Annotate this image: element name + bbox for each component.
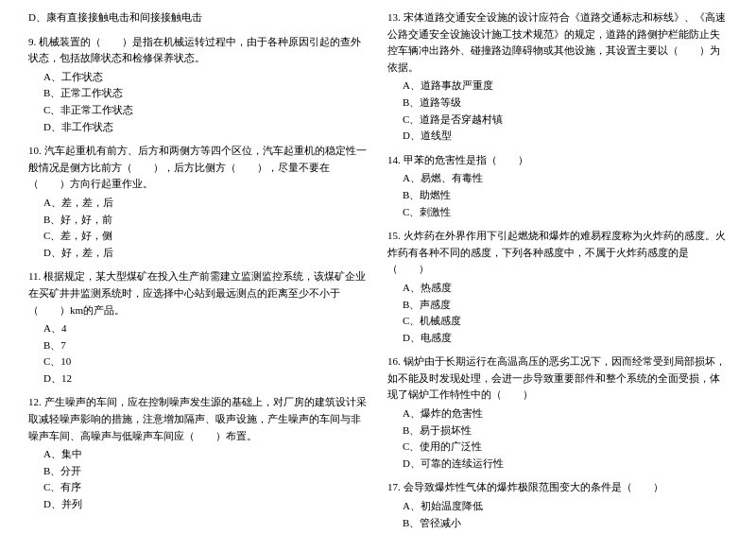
two-column-layout: D、康有直接接触电击和间接接触电击 9. 机械装置的（ ）是指在机械运转过程中，… — [28, 9, 728, 534]
q16-text: 16. 锅炉由于长期运行在高温高压的恶劣工况下，因而经常受到局部损坏，如不能及时… — [387, 353, 728, 404]
q10-option-a: A、差，差，后 — [28, 195, 369, 212]
q15-option-a: A、热感度 — [387, 280, 728, 297]
left-column: D、康有直接接触电击和间接接触电击 9. 机械装置的（ ）是指在机械运转过程中，… — [28, 9, 369, 534]
q12-option-b: B、分开 — [28, 463, 369, 480]
q14-option-c: C、刺激性 — [387, 204, 728, 221]
q11-text: 11. 根据规定，某大型煤矿在投入生产前需建立监测监控系统，该煤矿企业在买矿井井… — [28, 268, 369, 319]
q11-option-b: B、7 — [28, 337, 369, 354]
q14-option-a: A、易燃、有毒性 — [387, 170, 728, 187]
question-11: 11. 根据规定，某大型煤矿在投入生产前需建立监测监控系统，该煤矿企业在买矿井井… — [28, 268, 369, 387]
q9-option-d: D、非工作状态 — [28, 119, 369, 136]
q13-option-d: D、道线型 — [387, 128, 728, 145]
q16-option-c: C、使用的广泛性 — [387, 439, 728, 456]
q16-option-b: B、易于损坏性 — [387, 422, 728, 439]
q13-option-c: C、道路是否穿越村镇 — [387, 112, 728, 129]
q15-option-b: B、声感度 — [387, 297, 728, 314]
q9-option-a: A、工作状态 — [28, 69, 369, 86]
q11-option-d: D、12 — [28, 370, 369, 388]
question-16: 16. 锅炉由于长期运行在高温高压的恶劣工况下，因而经常受到局部损坏，如不能及时… — [387, 353, 728, 472]
q14-option-b: B、助燃性 — [387, 187, 728, 204]
q17-text: 17. 会导致爆炸性气体的爆炸极限范围变大的条件是（ ） — [387, 479, 728, 496]
q11-option-c: C、10 — [28, 353, 369, 370]
q12-option-c: C、有序 — [28, 479, 369, 496]
q16-option-a: A、爆炸的危害性 — [387, 405, 728, 422]
right-column: 13. 宋体道路交通安全设施的设计应符合《道路交通标志和标线》、《高速公路交通安… — [387, 9, 728, 534]
question-12: 12. 产生噪声的车间，应在控制噪声发生源的基础上，对厂房的建筑设计采取减轻噪声… — [28, 394, 369, 512]
q10-text: 10. 汽车起重机有前方、后方和两侧方等四个区位，汽车起重机的稳定性一般情况是侧… — [28, 143, 369, 193]
q9-option-b: B、正常工作状态 — [28, 85, 369, 102]
q13-text: 13. 宋体道路交通安全设施的设计应符合《道路交通标志和标线》、《高速公路交通安… — [387, 9, 728, 76]
question-17: 17. 会导致爆炸性气体的爆炸极限范围变大的条件是（ ） A、初始温度降低 B、… — [387, 479, 728, 531]
q11-option-a: A、4 — [28, 320, 369, 337]
q17-option-a: A、初始温度降低 — [387, 498, 728, 515]
q12-text: 12. 产生噪声的车间，应在控制噪声发生源的基础上，对厂房的建筑设计采取减轻噪声… — [28, 394, 369, 444]
q13-option-b: B、道路等级 — [387, 95, 728, 112]
question-10: 10. 汽车起重机有前方、后方和两侧方等四个区位，汽车起重机的稳定性一般情况是侧… — [28, 143, 369, 261]
q10-option-d: D、好，差，后 — [28, 245, 369, 262]
question-9: 9. 机械装置的（ ）是指在机械运转过程中，由于各种原因引起的查外状态，包括故障… — [28, 34, 369, 136]
question-13: 13. 宋体道路交通安全设施的设计应符合《道路交通标志和标线》、《高速公路交通安… — [387, 9, 728, 145]
top-d-text: D、康有直接接触电击和间接接触电击 — [28, 9, 369, 26]
q15-text: 15. 火炸药在外界作用下引起燃烧和爆炸的难易程度称为火炸药的感度。火炸药有各种… — [387, 228, 728, 278]
q12-option-a: A、集中 — [28, 446, 369, 463]
q17-option-b: B、管径减小 — [387, 515, 728, 532]
page-container: D、康有直接接触电击和间接接触电击 9. 机械装置的（ ）是指在机械运转过程中，… — [28, 9, 728, 534]
q9-text: 9. 机械装置的（ ）是指在机械运转过程中，由于各种原因引起的查外状态，包括故障… — [28, 34, 369, 67]
q10-option-b: B、好，好，前 — [28, 212, 369, 229]
top-d-item: D、康有直接接触电击和间接接触电击 — [28, 9, 369, 26]
q16-option-d: D、可靠的连续运行性 — [387, 456, 728, 473]
q10-option-c: C、差，好，侧 — [28, 228, 369, 245]
question-15: 15. 火炸药在外界作用下引起燃烧和爆炸的难易程度称为火炸药的感度。火炸药有各种… — [387, 228, 728, 346]
q14-text: 14. 甲苯的危害性是指（ ） — [387, 152, 728, 169]
q15-option-d: D、电感度 — [387, 330, 728, 347]
q15-option-c: C、机械感度 — [387, 313, 728, 330]
question-14: 14. 甲苯的危害性是指（ ） A、易燃、有毒性 B、助燃性 C、刺激性 — [387, 152, 728, 220]
q9-option-c: C、非正常工作状态 — [28, 102, 369, 119]
q12-option-d: D、并列 — [28, 496, 369, 513]
q13-option-a: A、道路事故严重度 — [387, 78, 728, 95]
